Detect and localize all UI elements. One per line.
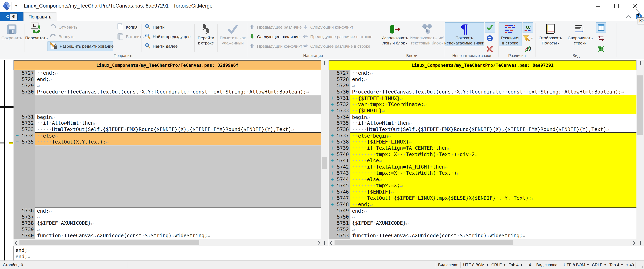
find-previous-button[interactable]: Найти предыдущее xyxy=(142,32,194,41)
paste-button[interactable]: Вставить xyxy=(115,32,141,41)
scroll-up-icon[interactable] xyxy=(640,61,640,65)
redo-button[interactable]: Вернуть xyxy=(48,32,113,41)
prev-inline-difference-button[interactable]: Предыдущее различие в строке xyxy=(300,32,378,41)
scroll-left-icon[interactable] xyxy=(328,239,334,246)
right-code-view[interactable]: 5727··end;↵5728end;↵5729↵5730Procedure·T… xyxy=(328,70,636,239)
scrollbar-thumb[interactable] xyxy=(20,240,199,245)
code-line[interactable] xyxy=(14,170,321,176)
scroll-right-icon[interactable] xyxy=(315,239,321,246)
code-line[interactable]: 5727··end;↵ xyxy=(328,70,636,76)
next-conflict-button[interactable]: Следующий конфликт xyxy=(300,22,378,32)
code-line[interactable]: +5746·····{$ENDIF}↵ xyxy=(328,189,636,195)
scroll-down-icon[interactable] xyxy=(640,242,640,245)
code-line[interactable]: 5730Procedure·TTeeCanvas.TextOut(const·X… xyxy=(14,89,321,95)
close-button[interactable] xyxy=(626,0,644,12)
code-line[interactable]: 5753function·TTeeCanvas.AXUnicode(const·… xyxy=(328,233,636,239)
tab-edit[interactable]: Поправить xyxy=(24,12,56,21)
prev-conflict-button[interactable]: Предыдущий конфликт xyxy=(247,41,300,51)
code-line[interactable]: 5751{$IFDEF·AXUNICODE}↵ xyxy=(328,220,636,226)
show-whitespace-button[interactable]: ¶ Показать непечатаемые знаки xyxy=(445,22,484,46)
left-horizontal-scrollbar[interactable] xyxy=(14,239,321,246)
code-line[interactable] xyxy=(14,189,321,195)
inline-diff-button[interactable]: Различия в строке xyxy=(499,22,522,46)
mark-resolved-button[interactable]: Пометить как улаженный xyxy=(218,22,247,46)
code-line[interactable]: +5748··end;↵ xyxy=(328,201,636,208)
scrollbar-thumb[interactable] xyxy=(637,75,643,135)
code-line[interactable]: 5730Procedure·TTeeCanvas.TextOut(const·X… xyxy=(328,89,636,95)
next-inline-difference-button[interactable]: Следующее различие в строке xyxy=(300,41,378,51)
collapse-lines-button[interactable]: Сворачивать строки xyxy=(565,22,595,46)
code-line[interactable]: 5736·····HtmlTextOut(Self,{$IFDEF·FMX}Ro… xyxy=(328,126,636,133)
code-line[interactable]: 5752↵ xyxy=(328,226,636,233)
left-tab-mode[interactable]: Tab 4▼ xyxy=(509,261,525,269)
save-button[interactable]: Сохранить xyxy=(0,22,24,41)
code-line[interactable]: +5737··else·begin↵ xyxy=(328,132,636,139)
two-pane-view-button[interactable] xyxy=(596,22,606,33)
enable-edit-button[interactable]: Разрешить редактирование xyxy=(48,41,113,51)
scroll-up-icon[interactable] xyxy=(324,61,325,65)
minimize-button[interactable] xyxy=(588,0,607,12)
code-line[interactable]: +5731··{$IFDEF·LINUX}↵ xyxy=(328,95,636,101)
right-encoding[interactable]: UTF-8 BOM▼ xyxy=(564,261,591,269)
filter-regex-button[interactable]: ▾ xyxy=(522,33,533,43)
bottom-view[interactable]: end;↵end;↵ xyxy=(14,246,644,261)
code-line[interactable] xyxy=(14,151,321,158)
right-eol[interactable]: CRLF▼ xyxy=(592,261,608,269)
code-line[interactable]: 5737↵ xyxy=(14,214,321,220)
scrollbar-thumb[interactable] xyxy=(334,240,514,245)
code-line[interactable]: 5732··if·AllowHtml·then↵ xyxy=(14,120,321,126)
code-line[interactable]: +5747·····TextOut(·{$IFDEF·LINUX}tmpx{$E… xyxy=(328,195,636,201)
whitespace-check-button[interactable] xyxy=(484,22,495,33)
code-line[interactable] xyxy=(14,95,321,101)
code-line[interactable]: −5735·····TextOut(X,Y,Text);↵ xyxy=(14,139,321,145)
scrollbar-thumb[interactable] xyxy=(322,157,327,169)
code-line[interactable] xyxy=(14,164,321,170)
code-line[interactable]: 5728end;↵ xyxy=(14,76,321,83)
code-line[interactable]: +5738·····{$IFDEF·LINUX}↵ xyxy=(328,139,636,145)
code-line[interactable]: 5729↵ xyxy=(328,82,636,89)
code-line[interactable] xyxy=(14,107,321,114)
code-line[interactable]: 5736end;↵ xyxy=(14,208,321,214)
left-code-view[interactable]: 5727··end;↵5728end;↵5729↵5730Procedure·T… xyxy=(14,70,321,239)
find-next-button[interactable]: Найти далее xyxy=(142,41,194,51)
code-line[interactable] xyxy=(14,201,321,208)
collapse-view-button[interactable] xyxy=(596,44,606,54)
code-line[interactable]: +5740········tmpx:=X·-·TextWidth(·Text·)… xyxy=(328,151,636,158)
locator-bar[interactable] xyxy=(0,60,14,261)
code-line[interactable]: +5744·····else↵ xyxy=(328,176,636,183)
code-line[interactable]: 5735··if·AllowHtml·then↵ xyxy=(328,120,636,126)
use-left-block-button[interactable]: Использовать левый блок▾ xyxy=(379,22,410,47)
scroll-right-icon[interactable] xyxy=(630,239,636,246)
code-line[interactable]: +5741·····else↵ xyxy=(328,157,636,164)
next-difference-button[interactable]: Следующее различие xyxy=(247,32,300,41)
code-line[interactable]: −5734··else↵ xyxy=(14,132,321,139)
switch-views-button[interactable] xyxy=(596,33,606,43)
right-horizontal-scrollbar[interactable] xyxy=(328,239,636,246)
code-line[interactable] xyxy=(14,195,321,201)
code-line[interactable]: +5739·····if·TextAlign=TA_CENTER·then↵ xyxy=(328,145,636,151)
code-line[interactable]: 5749end;↵ xyxy=(328,208,636,214)
collapse-ribbon-icon[interactable] xyxy=(625,13,632,20)
scroll-left-icon[interactable] xyxy=(14,239,20,246)
code-line[interactable] xyxy=(14,182,321,189)
left-vertical-scrollbar[interactable] xyxy=(321,60,328,246)
use-theirs-block-button[interactable]: Использовать 'их' текстовый блок▾ xyxy=(410,22,443,47)
word-diff-button[interactable]: W xyxy=(522,22,533,33)
code-line[interactable]: 5731begin↵ xyxy=(14,114,321,120)
code-line[interactable]: 5728end;↵ xyxy=(328,76,636,83)
undo-button[interactable]: Отменить xyxy=(48,22,113,32)
code-line[interactable]: 5734begin↵ xyxy=(328,114,636,120)
left-eol[interactable]: CRLF▼ xyxy=(491,261,508,269)
code-line[interactable] xyxy=(14,157,321,164)
code-line[interactable]: 5740function·TTeeCanvas.AXUnicode(const·… xyxy=(14,233,321,239)
code-line[interactable]: +5742·····if·TextAlign=TA_RIGHT·then↵ xyxy=(328,164,636,170)
code-line[interactable]: 5733·····HtmlTextOut(Self,{$IFDEF·FMX}Ro… xyxy=(14,126,321,133)
hide-whitespace-button[interactable] xyxy=(484,44,495,54)
code-line[interactable]: +5743········tmpx:=X·-·TextWidth(·Text·)… xyxy=(328,170,636,176)
code-line[interactable]: 5727··end;↵ xyxy=(14,70,321,76)
left-encoding[interactable]: UTF-8 BOM▼ xyxy=(463,261,491,269)
code-line[interactable]: +5745········tmpx:=X;↵ xyxy=(328,182,636,189)
quick-access-dropdown-icon[interactable]: ▾ xyxy=(13,3,20,9)
copy-button[interactable]: Копия xyxy=(115,22,141,32)
code-line[interactable]: +5732··var·tmpx:·TCoordinate;↵ xyxy=(328,101,636,108)
